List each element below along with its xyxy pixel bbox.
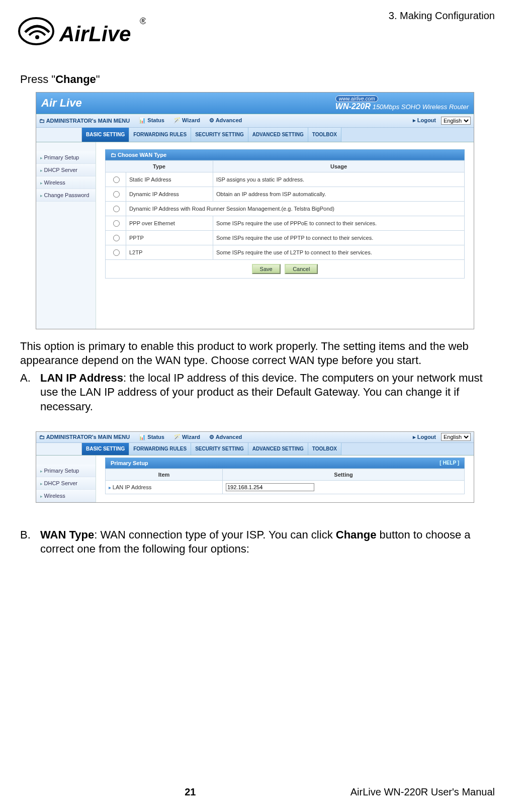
panel-title-2: Primary Setup [ HELP ] — [105, 458, 465, 469]
menu-status[interactable]: 📊 Status — [139, 117, 164, 124]
tab-forwarding-rules[interactable]: FORWARDING RULES — [129, 128, 191, 142]
save-button[interactable]: Save — [252, 264, 281, 274]
row-lan-ip-label: LAN IP Address — [106, 480, 223, 494]
tab-toolbox[interactable]: TOOLBOX — [308, 128, 341, 142]
logout-link-2[interactable]: ▸ Logout — [413, 434, 436, 440]
item-b-text: WAN Type: WAN connection type of your IS… — [40, 528, 495, 557]
admin-menu-title-2: 🗀 ADMINISTRATOR's MAIN MENU — [39, 434, 130, 440]
item-a-text: LAN IP Address: the local IP address of … — [40, 371, 495, 414]
page-number: 21 — [185, 786, 196, 798]
sidebar-dhcp-server-2[interactable]: DHCP Server — [36, 477, 96, 490]
chapter-header: 3. Making Configuration — [389, 10, 495, 22]
footer-manual-title: AirLive WN-220R User's Manual — [351, 786, 495, 798]
logout-link[interactable]: ▸ Logout — [413, 117, 436, 124]
tab-advanced-setting[interactable]: ADVANCED SETTING — [248, 128, 308, 142]
menu-status-2[interactable]: 📊 Status — [139, 434, 164, 440]
radio-l2tp[interactable] — [113, 249, 120, 256]
tab-basic-setting[interactable]: BASIC SETTING — [82, 128, 129, 142]
url-pill: www.airlive.com — [335, 96, 379, 102]
table-row: L2TP Some ISPs require the use of L2TP t… — [106, 245, 465, 259]
primary-setup-table: Item Setting LAN IP Address — [105, 469, 465, 494]
help-link[interactable]: [ HELP ] — [440, 460, 459, 466]
radio-pptp[interactable] — [113, 235, 120, 241]
col-usage: Usage — [213, 160, 465, 172]
radio-dynamic-ip-rr[interactable] — [113, 206, 120, 212]
svg-text:AirLive: AirLive — [59, 22, 131, 46]
col-type: Type — [106, 160, 213, 172]
paragraph-wan-description: This option is primary to enable this pr… — [20, 339, 495, 368]
table-row: PPP over Ethernet Some ISPs require the … — [106, 216, 465, 230]
wan-type-table: Type Usage Static IP Address ISP assigns… — [105, 160, 465, 260]
cancel-button[interactable]: Cancel — [285, 264, 318, 274]
sidebar-change-password[interactable]: Change Password — [36, 189, 96, 202]
menu-advanced-2[interactable]: ⚙ Advanced — [209, 434, 242, 440]
table-row: PPTP Some ISPs require the use of PPTP t… — [106, 230, 465, 245]
radio-dynamic-ip[interactable] — [113, 191, 120, 198]
sidebar-wireless-2[interactable]: Wireless — [36, 490, 96, 502]
table-row: LAN IP Address — [106, 480, 465, 494]
tab-security-setting[interactable]: SECURITY SETTING — [191, 128, 248, 142]
language-select[interactable]: English — [441, 117, 471, 125]
tab-basic-setting-2[interactable]: BASIC SETTING — [82, 443, 129, 455]
menu-wizard[interactable]: 🪄 Wizard — [173, 117, 200, 124]
tab-toolbox-2[interactable]: TOOLBOX — [308, 443, 341, 455]
svg-point-1 — [35, 35, 39, 39]
list-marker-a: A. — [20, 371, 40, 414]
col-item: Item — [106, 469, 223, 480]
panel-title: Choose WAN Type — [105, 149, 465, 160]
router-logo: Air Live — [41, 97, 82, 110]
table-row: Dynamic IP Address Obtain an IP address … — [106, 187, 465, 201]
intro-line: Press "Change" — [20, 72, 495, 87]
airlive-logo: AirLive ® — [15, 15, 146, 57]
menu-wizard-2[interactable]: 🪄 Wizard — [173, 434, 200, 440]
svg-text:®: ® — [140, 16, 146, 26]
language-select-2[interactable]: English — [441, 433, 471, 441]
lan-ip-input[interactable] — [226, 483, 314, 491]
sidebar-wireless[interactable]: Wireless — [36, 176, 96, 189]
radio-static-ip[interactable] — [113, 176, 120, 183]
list-marker-b: B. — [20, 528, 40, 557]
tab-security-setting-2[interactable]: SECURITY SETTING — [191, 443, 248, 455]
col-setting: Setting — [223, 469, 465, 480]
screenshot-choose-wan-type: Air Live www.airlive.com WN-220R 150Mbps… — [36, 92, 474, 329]
menu-advanced[interactable]: ⚙ Advanced — [209, 117, 242, 124]
sidebar-dhcp-server[interactable]: DHCP Server — [36, 164, 96, 176]
table-row: Dynamic IP Address with Road Runner Sess… — [106, 201, 465, 216]
screenshot-primary-setup: 🗀 ADMINISTRATOR's MAIN MENU 📊 Status 🪄 W… — [36, 431, 474, 503]
tab-advanced-setting-2[interactable]: ADVANCED SETTING — [248, 443, 308, 455]
sidebar-primary-setup[interactable]: Primary Setup — [36, 151, 96, 164]
tab-forwarding-rules-2[interactable]: FORWARDING RULES — [129, 443, 191, 455]
sidebar-primary-setup-2[interactable]: Primary Setup — [36, 465, 96, 477]
radio-pppoe[interactable] — [113, 220, 120, 227]
admin-menu-title: 🗀 ADMINISTRATOR's MAIN MENU — [39, 118, 130, 124]
table-row: Static IP Address ISP assigns you a stat… — [106, 172, 465, 187]
